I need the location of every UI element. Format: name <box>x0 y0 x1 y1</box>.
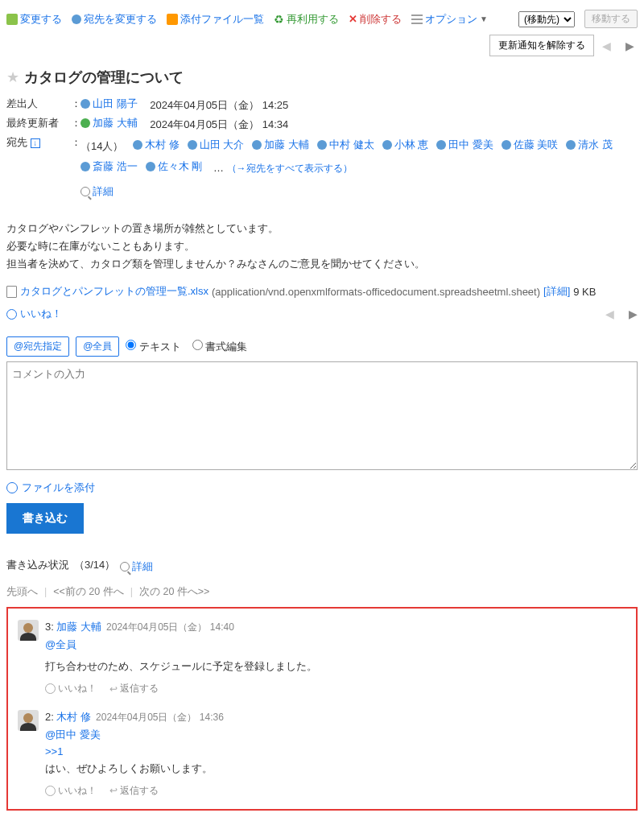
recipient-link[interactable]: 田中 愛美 <box>448 135 493 155</box>
user-icon <box>436 140 446 150</box>
comment-like-button[interactable]: いいね！ <box>45 784 97 798</box>
mode-rich-radio[interactable]: 書式編集 <box>192 340 248 353</box>
next-arrow-2[interactable]: ▶ <box>629 307 638 320</box>
updater-time: 2024年04月05日（金） 14:34 <box>150 118 288 130</box>
status-count: （3/14） <box>74 558 115 572</box>
attachment-size: 9 KB <box>573 286 596 298</box>
comment-text: 打ち合わせのため、スケジュールに予定を登録しました。 <box>45 658 626 675</box>
subject-heading: カタログの管理について <box>24 68 184 87</box>
options-link[interactable]: オプション▼ <box>411 12 488 27</box>
submit-button[interactable]: 書き込む <box>6 503 84 534</box>
main-toolbar: 変更する 宛先を変更する 添付ファイル一覧 ♻再利用する ✕削除する オプション… <box>6 6 638 33</box>
updater-link[interactable]: 加藤 大輔 <box>93 116 138 130</box>
stop-notification-button[interactable]: 更新通知を解除する <box>489 35 594 56</box>
at-recipient-button[interactable]: @宛先指定 <box>6 336 69 357</box>
delete-link[interactable]: ✕削除する <box>349 12 402 27</box>
comment-reply-button[interactable]: ↩返信する <box>109 682 159 695</box>
attach-file-link[interactable]: ファイルを添付 <box>6 481 95 495</box>
recipient-link[interactable]: 小林 恵 <box>394 135 429 155</box>
comment-author-link[interactable]: 加藤 大輔 <box>56 621 101 633</box>
user-icon <box>146 162 155 171</box>
like-row: いいね！ ◀ ▶ <box>6 307 638 321</box>
status-detail-link[interactable]: 詳細 <box>120 559 153 574</box>
comments-box: 3: 加藤 大輔2024年04月05日（金） 14:40@全員打ち合わせのため、… <box>6 607 638 811</box>
next-arrow[interactable]: ▶ <box>625 39 634 52</box>
recipient-link[interactable]: 佐々木 剛 <box>158 157 203 177</box>
delete-icon: ✕ <box>349 13 357 25</box>
updater-label: 最終更新者 <box>6 116 71 132</box>
ellipsis: … <box>213 162 224 174</box>
mention-link[interactable]: @全員 <box>45 638 76 652</box>
comment-text: はい、ぜひよろしくお願いします。 <box>45 761 626 778</box>
comment-item: 2: 木村 修2024年04月05日（金） 14:36@田中 愛美>>1はい、ぜ… <box>18 710 626 798</box>
comment-author-link[interactable]: 木村 修 <box>56 711 91 723</box>
recipient-detail-link[interactable]: 詳細 <box>80 182 114 202</box>
recipient-link[interactable]: 佐藤 美咲 <box>514 135 559 155</box>
user-icon <box>80 118 90 128</box>
sender-label: 差出人 <box>6 97 71 113</box>
recipient-link[interactable]: 清水 茂 <box>578 135 613 155</box>
comment-textarea[interactable] <box>6 361 638 470</box>
title-row: ★ カタログの管理について <box>6 68 638 87</box>
comment-number: 2: <box>45 711 54 723</box>
avatar <box>18 620 39 641</box>
user-icon <box>252 140 262 150</box>
options-icon <box>411 14 423 24</box>
prev-arrow[interactable]: ◀ <box>602 39 611 52</box>
change-recipient-link[interactable]: 宛先を変更する <box>72 12 157 27</box>
recipient-count: （14人） <box>80 140 123 152</box>
pager-prev[interactable]: <<前の 20 件へ <box>53 586 123 597</box>
mention-link[interactable]: @田中 愛美 <box>45 728 101 742</box>
user-icon <box>80 162 90 171</box>
recipient-link[interactable]: 加藤 大輔 <box>264 135 309 155</box>
comment-time: 2024年04月05日（金） 14:36 <box>96 712 224 723</box>
chevron-down-icon: ▼ <box>480 14 488 23</box>
attachment-detail-link[interactable]: [詳細] <box>543 284 570 299</box>
user-icon <box>382 140 392 150</box>
person-icon <box>72 14 81 24</box>
recipient-link[interactable]: 斎藤 浩一 <box>93 157 138 177</box>
smile-icon <box>45 683 56 694</box>
sender-link[interactable]: 山田 陽子 <box>93 97 138 111</box>
recipients-label: 宛先 ↓ <box>6 135 71 204</box>
meta-grid: 差出人 ： 山田 陽子 2024年04月05日（金） 14:25 最終更新者 ：… <box>6 97 638 204</box>
recipient-link[interactable]: 木村 修 <box>145 135 180 155</box>
attachment-link[interactable]: カタログとパンフレットの管理一覧.xlsx <box>20 284 208 299</box>
sender-time: 2024年04月05日（金） 14:25 <box>150 99 288 111</box>
move-button[interactable]: 移動する <box>584 10 638 28</box>
user-icon <box>188 140 197 150</box>
recipient-link[interactable]: 中村 健太 <box>329 135 374 155</box>
user-icon <box>317 140 327 150</box>
avatar <box>18 710 39 731</box>
attachments-link[interactable]: 添付ファイル一覧 <box>167 12 264 27</box>
smile-icon <box>45 786 56 796</box>
attachment-mime: (application/vnd.openxmlformats-officedo… <box>212 286 540 298</box>
like-button[interactable]: いいね！ <box>6 307 62 321</box>
comment-reply-button[interactable]: ↩返信する <box>109 784 159 798</box>
write-status-row: 書き込み状況 （3/14） 詳細 <box>6 556 638 574</box>
comment-like-button[interactable]: いいね！ <box>45 682 97 695</box>
at-all-button[interactable]: @全員 <box>76 336 119 357</box>
status-label: 書き込み状況 <box>6 558 69 572</box>
prev-arrow-2[interactable]: ◀ <box>605 307 614 320</box>
download-icon[interactable]: ↓ <box>31 138 40 148</box>
star-icon[interactable]: ★ <box>6 68 19 86</box>
magnifier-icon <box>80 187 90 196</box>
edit-link[interactable]: 変更する <box>6 12 62 27</box>
message-body: カタログやパンフレットの置き場所が雑然としています。 必要な時に在庫がないことも… <box>6 220 638 273</box>
pager-next[interactable]: 次の 20 件へ>> <box>139 586 209 597</box>
move-destination-select[interactable]: (移動先) <box>518 11 575 27</box>
comment-ref-link[interactable]: >>1 <box>45 745 63 757</box>
nav-arrows: ◀ ▶ <box>602 39 634 52</box>
pager-top[interactable]: 先頭へ <box>6 586 38 597</box>
attachment-list-icon <box>167 14 178 25</box>
comment-item: 3: 加藤 大輔2024年04月05日（金） 14:40@全員打ち合わせのため、… <box>18 620 626 695</box>
user-icon <box>133 140 142 150</box>
recipient-link[interactable]: 山田 大介 <box>200 135 245 155</box>
mode-text-radio[interactable]: テキスト <box>126 340 181 353</box>
reply-icon: ↩ <box>109 683 118 695</box>
reuse-link[interactable]: ♻再利用する <box>274 12 339 27</box>
updater-value: 加藤 大輔 2024年04月05日（金） 14:34 <box>80 116 638 132</box>
reply-icon: ↩ <box>109 785 118 796</box>
show-all-recipients-link[interactable]: （→宛先をすべて表示する） <box>227 163 353 174</box>
